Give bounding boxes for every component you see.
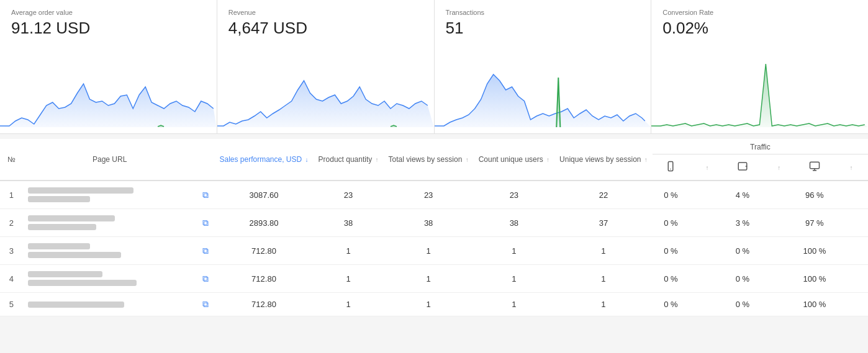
cell-tablet-traffic: 4 %	[724, 181, 761, 209]
card-aov-chart	[0, 47, 217, 133]
th-mobile-sort[interactable]: ↑	[689, 154, 724, 181]
card-transactions-chart	[435, 47, 651, 133]
cell-desktop-empty	[833, 181, 868, 209]
url-bar-2	[28, 196, 90, 202]
external-link-icon[interactable]: ⧉	[202, 299, 209, 309]
url-bar-1	[28, 187, 133, 194]
cell-ext-link[interactable]: ⧉	[197, 209, 215, 237]
cell-desktop-empty	[833, 265, 868, 293]
cell-page-url	[23, 209, 197, 237]
cell-no: 2	[0, 209, 23, 237]
table-row: 2⧉2893.80383838370 %3 %97 %	[0, 209, 868, 237]
url-bar-1	[28, 271, 102, 277]
url-bar-2	[28, 224, 96, 230]
qty-sort-arrow: ↑	[376, 156, 379, 163]
cell-mobile-traffic: 0 %	[653, 181, 689, 209]
unique-sort-arrow: ↑	[546, 156, 549, 163]
cell-desktop-traffic: 100 %	[796, 237, 833, 265]
th-sales-performance[interactable]: Sales performance, USD ↓	[214, 139, 313, 181]
th-count-unique[interactable]: Count unique users ↑	[474, 139, 554, 181]
card-conversion-value: 0.02%	[662, 19, 857, 38]
url-bar-2	[28, 280, 137, 286]
cell-desktop-traffic: 100 %	[796, 293, 833, 316]
table-row: 4⧉712.8011110 %0 %100 %	[0, 265, 868, 293]
url-bars	[28, 243, 192, 258]
cell-total-views: 23	[384, 181, 474, 209]
cell-total-views: 1	[384, 293, 474, 316]
url-bars	[28, 187, 192, 202]
cell-product-quantity: 1	[314, 265, 384, 293]
th-product-quantity[interactable]: Product quantity ↑	[314, 139, 384, 181]
cell-ext-link[interactable]: ⧉	[197, 237, 215, 265]
cell-no: 5	[0, 293, 23, 316]
url-bars	[28, 271, 192, 286]
th-unique-views[interactable]: Unique views by session ↑	[554, 139, 653, 181]
cell-desktop-traffic: 97 %	[796, 209, 833, 237]
cell-desktop-traffic: 100 %	[796, 265, 833, 293]
cell-page-url	[23, 265, 197, 293]
top-cards-section: Average order value 91.12 USD Revenue 4,…	[0, 0, 868, 134]
sales-sort-arrow: ↓	[305, 156, 309, 163]
card-transactions-value: 51	[446, 19, 640, 38]
data-table: № Page URL Sales performance, USD ↓ Prod…	[0, 139, 868, 316]
th-total-views[interactable]: Total views by session ↑	[384, 139, 474, 181]
cell-page-url	[23, 237, 197, 265]
table-row: 1⧉3087.60232323220 %4 %96 %	[0, 181, 868, 209]
table-row: 5⧉712.8011110 %0 %100 %	[0, 293, 868, 316]
th-mobile-icon	[653, 154, 689, 181]
external-link-icon[interactable]: ⧉	[202, 190, 209, 200]
th-page-url: Page URL	[23, 139, 197, 181]
external-link-icon[interactable]: ⧉	[202, 274, 209, 284]
cell-desktop-empty	[833, 293, 868, 316]
th-no: №	[0, 139, 23, 181]
cell-no: 4	[0, 265, 23, 293]
cell-desktop-empty	[833, 237, 868, 265]
card-aov: Average order value 91.12 USD	[0, 0, 217, 133]
table-row: 3⧉712.8011110 %0 %100 %	[0, 237, 868, 265]
cell-tablet-empty	[761, 237, 796, 265]
table-body: 1⧉3087.60232323220 %4 %96 %2⧉2893.803838…	[0, 181, 868, 316]
svg-marker-4	[435, 74, 651, 127]
cell-unique-views: 37	[554, 209, 653, 237]
cell-tablet-empty	[761, 209, 796, 237]
cell-mobile-empty	[689, 293, 724, 316]
cell-no: 1	[0, 181, 23, 209]
card-aov-label: Average order value	[11, 9, 206, 16]
cell-count-unique: 23	[474, 181, 554, 209]
cell-ext-link[interactable]: ⧉	[197, 265, 215, 293]
cell-mobile-empty	[689, 265, 724, 293]
cell-sales-performance: 712.80	[214, 293, 313, 316]
cell-sales-performance: 712.80	[214, 237, 313, 265]
cell-total-views: 1	[384, 237, 474, 265]
svg-marker-6	[651, 65, 868, 127]
card-revenue-label: Revenue	[228, 9, 423, 16]
external-link-icon[interactable]: ⧉	[202, 246, 209, 256]
cell-product-quantity: 1	[314, 293, 384, 316]
cell-tablet-traffic: 0 %	[724, 265, 761, 293]
cell-count-unique: 1	[474, 237, 554, 265]
cell-mobile-traffic: 0 %	[653, 209, 689, 237]
cell-mobile-traffic: 0 %	[653, 237, 689, 265]
cell-product-quantity: 38	[314, 209, 384, 237]
card-conversion-chart	[651, 47, 868, 133]
cell-desktop-traffic: 96 %	[796, 181, 833, 209]
external-link-icon[interactable]: ⧉	[202, 218, 209, 228]
cell-unique-views: 22	[554, 181, 653, 209]
cell-sales-performance: 2893.80	[214, 209, 313, 237]
cell-total-views: 1	[384, 265, 474, 293]
url-bar-1	[28, 215, 115, 221]
cell-page-url	[23, 181, 197, 209]
cell-tablet-empty	[761, 181, 796, 209]
cell-mobile-empty	[689, 209, 724, 237]
card-transactions-label: Transactions	[446, 9, 640, 16]
card-conversion: Conversion Rate 0.02%	[651, 0, 868, 133]
cell-unique-views: 1	[554, 293, 653, 316]
cell-tablet-empty	[761, 293, 796, 316]
cell-ext-link[interactable]: ⧉	[197, 181, 215, 209]
card-conversion-label: Conversion Rate	[662, 9, 857, 16]
cell-mobile-traffic: 0 %	[653, 265, 689, 293]
table-header-row: № Page URL Sales performance, USD ↓ Prod…	[0, 139, 868, 154]
th-tablet-sort[interactable]: ↑	[761, 154, 796, 181]
cell-ext-link[interactable]: ⧉	[197, 293, 215, 316]
th-desktop-sort[interactable]: ↑	[833, 154, 868, 181]
